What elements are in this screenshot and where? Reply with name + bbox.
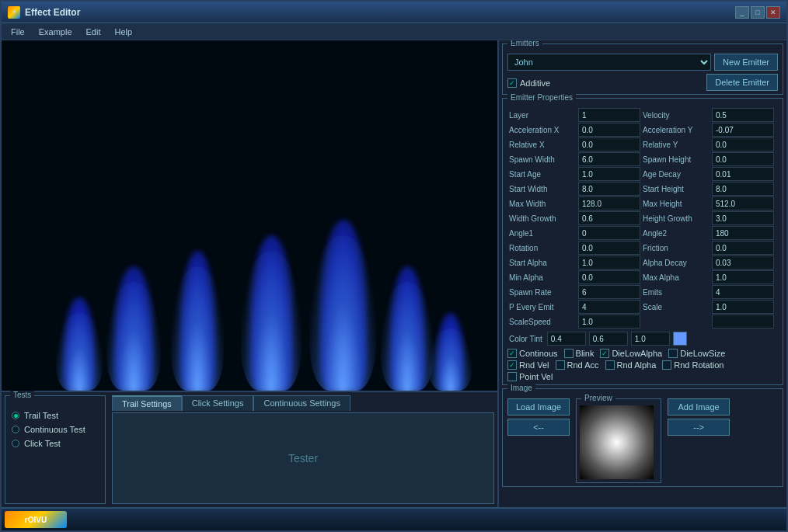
flag-rndvel[interactable]: Rnd Vel [507,360,549,370]
trail-test-radio[interactable] [12,412,19,419]
label-accel-x: Acceleration X [507,123,577,137]
tests-box: Tests Trail Test Continuous Test Clic [5,395,106,504]
flag-rndalpha[interactable]: Rnd Alpha [605,360,657,370]
props-grid: Layer Velocity Acceleration X Accelerati… [507,108,778,329]
label-rotation: Rotation [507,241,577,255]
value-accel-x[interactable] [578,123,640,137]
flag-dielowsize[interactable]: DieLowSize [668,349,725,358]
value-color-tint-2[interactable] [589,332,628,346]
label-color-tint: Color Tint [507,333,544,345]
taskbar-label: rOIVU [25,516,47,524]
flag-pointvel[interactable]: Point Vel [507,372,553,381]
label-width-growth: Width Growth [507,211,577,225]
label-velocity: Velocity [641,108,711,122]
trail-test-item[interactable]: Trail Test [12,409,99,422]
value-age-decay[interactable] [712,167,774,181]
flag-rndacc[interactable]: Rnd Acc [556,360,599,370]
value-min-alpha[interactable] [578,270,640,284]
flag-rndacc-checkbox[interactable] [556,360,565,370]
maximize-button[interactable]: □ [751,6,765,19]
emitter-props-title: Emitter Properties [507,93,576,102]
value-layer[interactable] [578,108,640,122]
value-rel-x[interactable] [578,137,640,151]
prev-image-button[interactable]: <-- [507,419,570,436]
value-scale[interactable] [712,300,774,314]
continuous-test-radio[interactable] [12,426,19,433]
label-angle1: Angle1 [507,226,577,240]
color-swatch[interactable] [673,332,687,346]
value-spawn-width[interactable] [578,152,640,166]
value-color-tint-1[interactable] [547,332,586,346]
value-width-growth[interactable] [578,211,640,225]
label-accel-y: Acceleration Y [641,123,711,137]
label-scale-speed: ScaleSpeed [507,315,577,329]
flag-blink-label: Blink [576,349,594,358]
flag-dielowsize-checkbox[interactable] [668,349,678,358]
flag-rndrotation-checkbox[interactable] [662,360,671,370]
left-panel: Tests Trail Test Continuous Test Clic [2,40,499,507]
value-max-alpha[interactable] [712,270,774,284]
main-content: Tests Trail Test Continuous Test Clic [2,40,786,507]
menu-edit[interactable]: Edit [80,26,107,38]
label-max-alpha: Max Alpha [641,270,711,284]
trail-test-label: Trail Test [24,411,58,420]
value-max-width[interactable] [578,196,640,210]
tab-click-settings[interactable]: Click Settings [182,395,254,411]
value-emits[interactable] [712,285,774,299]
menu-file[interactable]: File [5,26,31,38]
tab-trail-settings[interactable]: Trail Settings [112,395,182,411]
emitter-select[interactable]: John [507,54,711,71]
flag-rndrotation[interactable]: Rnd Rotation [662,360,723,370]
add-image-button[interactable]: Add Image [668,398,730,416]
value-friction[interactable] [712,241,774,255]
value-scale-speed[interactable] [578,315,640,329]
image-section: Image Load Image <-- Preview Add Image [502,388,783,487]
delete-emitter-button[interactable]: Delete Emitter [706,74,778,91]
value-start-alpha[interactable] [578,256,640,269]
click-test-item[interactable]: Click Test [12,436,99,450]
flag-rndvel-checkbox[interactable] [507,360,517,370]
value-max-height[interactable] [712,196,774,210]
flag-rndalpha-checkbox[interactable] [605,360,615,370]
value-p-every-emit[interactable] [578,300,640,314]
value-spawn-height[interactable] [712,152,774,166]
flag-continous-checkbox[interactable] [507,349,517,358]
value-rel-y[interactable] [712,137,774,151]
minimize-button[interactable]: _ [735,6,749,19]
value-height-growth[interactable] [712,211,774,225]
value-start-age[interactable] [578,167,640,181]
menu-help[interactable]: Help [109,26,139,38]
value-rotation[interactable] [578,241,640,255]
value-alpha-decay[interactable] [712,256,774,269]
value-spawn-rate[interactable] [578,285,640,299]
flame-glow-3 [171,266,224,391]
value-angle2[interactable] [712,226,774,240]
flag-dielowalpha-checkbox[interactable] [600,349,609,358]
value-angle1[interactable] [578,226,640,240]
new-emitter-button[interactable]: New Emitter [714,54,778,71]
flag-blink[interactable]: Blink [564,349,594,358]
value-start-width[interactable] [578,182,640,196]
flag-continous[interactable]: Continous [507,349,558,358]
flag-pointvel-checkbox[interactable] [507,372,517,381]
label-layer: Layer [507,108,577,122]
click-test-radio[interactable] [12,440,19,447]
value-accel-y[interactable] [712,123,774,137]
continuous-test-item[interactable]: Continuous Test [12,422,99,436]
load-image-button[interactable]: Load Image [507,398,570,416]
menu-example[interactable]: Example [33,26,78,38]
taskbar-item[interactable]: rOIVU [5,511,67,528]
additive-checkbox[interactable] [507,78,517,88]
window-controls: _ □ ✕ [735,6,780,19]
next-image-button[interactable]: --> [668,419,730,436]
tab-continuous-settings[interactable]: Continuous Settings [253,395,350,411]
value-color-tint-3[interactable] [631,332,670,346]
close-button[interactable]: ✕ [766,6,780,19]
value-velocity[interactable] [712,108,774,122]
label-age-decay: Age Decay [641,167,711,181]
value-start-height[interactable] [712,182,774,196]
label-spawn-height: Spawn Height [641,152,711,166]
settings-area: Trail Settings Click Settings Continuous… [112,395,494,504]
flag-blink-checkbox[interactable] [564,349,574,358]
flag-dielowalpha[interactable]: DieLowAlpha [600,349,662,358]
